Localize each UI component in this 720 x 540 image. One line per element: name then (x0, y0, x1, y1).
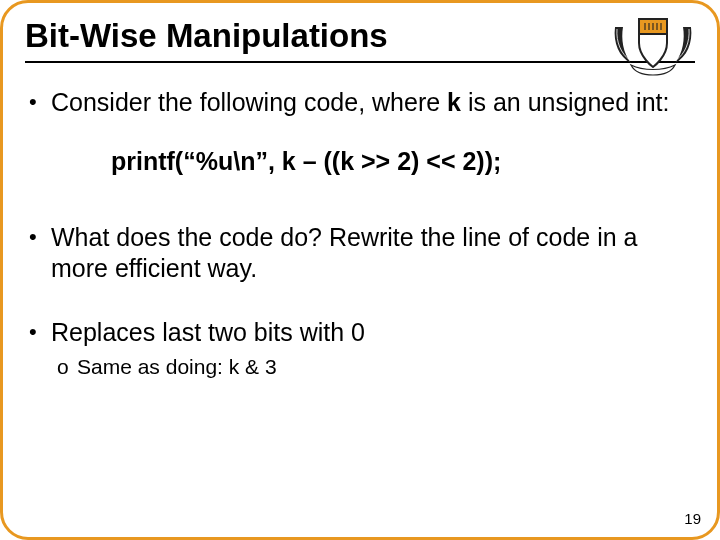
sub-bullet-1-text: Same as doing: k & 3 (77, 354, 277, 380)
bullet-dot-icon: • (29, 87, 51, 118)
bullet-3: • Replaces last two bits with 0 (29, 317, 691, 348)
sub-bullet-circle-icon: o (57, 354, 77, 380)
bullet-2: • What does the code do? Rewrite the lin… (29, 222, 691, 283)
bullet-1-bold-k: k (447, 88, 461, 116)
bullet-dot-icon: • (29, 317, 51, 348)
code-line: printf(“%u\n”, k – ((k >> 2) << 2)); (111, 146, 691, 177)
bullet-1-pre: Consider the following code, where (51, 88, 447, 116)
page-number: 19 (684, 510, 701, 527)
slide-header: Bit-Wise Manipulations (3, 3, 717, 69)
bullet-1-text: Consider the following code, where k is … (51, 87, 691, 118)
bullet-1: • Consider the following code, where k i… (29, 87, 691, 118)
princeton-shield-logo (609, 9, 697, 79)
slide-body: • Consider the following code, where k i… (3, 69, 717, 379)
slide-frame: Bit-Wise Manipulations • Cons (0, 0, 720, 540)
bullet-3-text: Replaces last two bits with 0 (51, 317, 691, 348)
bullet-2-text: What does the code do? Rewrite the line … (51, 222, 691, 283)
bullet-dot-icon: • (29, 222, 51, 283)
bullet-1-post: is an unsigned int: (461, 88, 669, 116)
sub-bullet-1: o Same as doing: k & 3 (57, 354, 691, 380)
title-underline (25, 61, 695, 63)
slide-title: Bit-Wise Manipulations (25, 17, 695, 55)
